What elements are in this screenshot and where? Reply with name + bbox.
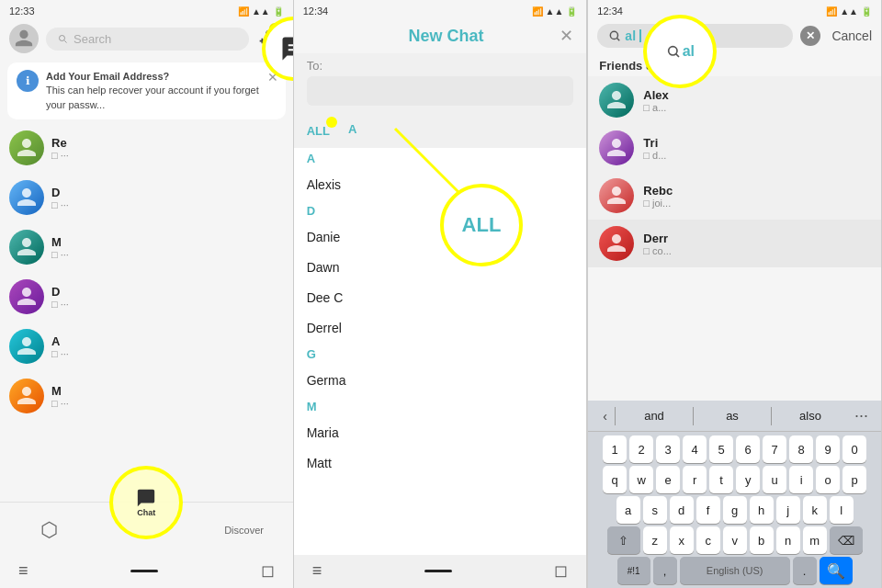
search-clear-button[interactable]: ✕ [800, 26, 820, 46]
key-f[interactable]: f [696, 496, 720, 524]
filter-tab-all[interactable]: ALL [307, 124, 330, 138]
key-4[interactable]: 4 [683, 435, 707, 463]
key-o[interactable]: o [816, 466, 840, 493]
notification-banner[interactable]: ℹ Add Your Email Address? This can help … [7, 62, 286, 119]
key-e[interactable]: e [656, 466, 680, 493]
contact-item[interactable]: Alexis [294, 170, 587, 199]
phone-home-indicator[interactable] [130, 570, 158, 572]
more-suggestions-button[interactable]: ··· [849, 406, 874, 425]
key-i[interactable]: i [789, 466, 813, 493]
key-b[interactable]: b [750, 526, 774, 554]
key-backspace[interactable]: ⌫ [830, 526, 863, 554]
close-panel2-button[interactable]: ✕ [560, 26, 573, 46]
key-m[interactable]: m [803, 526, 827, 554]
key-9[interactable]: 9 [816, 435, 840, 463]
search-bar-1[interactable]: Search [46, 28, 249, 51]
friend-item[interactable]: Tri □ d... [588, 124, 881, 172]
status-time-2: 12:34 [303, 6, 329, 17]
key-q[interactable]: q [603, 466, 627, 493]
contact-item[interactable]: Germa [294, 366, 587, 395]
key-5[interactable]: 5 [709, 435, 733, 463]
phone-back-icon[interactable]: ≡ [18, 561, 28, 581]
chat-item[interactable]: M □ ··· [0, 222, 293, 272]
chat-item[interactable]: M □ ··· [0, 371, 293, 421]
key-v[interactable]: v [723, 526, 747, 554]
suggestion-and[interactable]: and [616, 407, 693, 424]
phone-back-icon-2[interactable]: ≡ [312, 561, 322, 581]
key-n[interactable]: n [776, 526, 800, 554]
key-j[interactable]: j [776, 496, 800, 524]
key-6[interactable]: 6 [736, 435, 760, 463]
new-chat-title: New Chat [409, 27, 484, 46]
all-filter-dot [326, 117, 337, 128]
key-g[interactable]: g [723, 496, 747, 524]
key-symbols[interactable]: #!1 [617, 557, 650, 584]
key-k[interactable]: k [803, 496, 827, 524]
contact-item[interactable]: Matt [294, 448, 587, 478]
filter-all-wrapper[interactable]: ALL [307, 122, 330, 139]
nav-item-discover[interactable]: Discover [195, 525, 292, 536]
key-y[interactable]: y [736, 466, 760, 493]
key-l[interactable]: l [830, 496, 854, 524]
key-8[interactable]: 8 [789, 435, 813, 463]
cancel-button[interactable]: Cancel [831, 28, 872, 43]
status-icons-1: 📶 ▲▲ 🔋 [238, 6, 284, 17]
chat-preview: □ ··· [51, 199, 284, 210]
phone-home-indicator-2[interactable] [424, 570, 452, 572]
suggestion-as[interactable]: as [694, 407, 771, 424]
key-3[interactable]: 3 [656, 435, 680, 463]
friend-item[interactable]: Derr □ co... [588, 220, 881, 267]
chat-item[interactable]: Re □ ··· [0, 123, 293, 173]
key-shift[interactable]: ⇧ [607, 526, 640, 554]
contact-item[interactable]: Dawn [294, 253, 587, 282]
nav-item-camera[interactable]: ⬡ [0, 518, 97, 542]
user-avatar[interactable] [9, 24, 39, 53]
suggestion-back[interactable]: ‹ [595, 409, 615, 424]
chat-item[interactable]: D □ ··· [0, 272, 293, 322]
key-search[interactable]: 🔍 [820, 557, 853, 584]
filter-tab-a[interactable]: A [348, 122, 356, 139]
key-d[interactable]: d [670, 496, 694, 524]
key-h[interactable]: h [750, 496, 774, 524]
chat-name: M [51, 384, 284, 398]
panel-3: 12:34 📶 ▲▲ 🔋 al ✕ Cancel [588, 0, 882, 588]
chat-avatar [9, 279, 44, 314]
key-0[interactable]: 0 [842, 435, 866, 463]
contact-item[interactable]: Derrel [294, 313, 587, 343]
status-bar-2: 12:34 📶 ▲▲ 🔋 [294, 0, 587, 18]
key-p[interactable]: p [842, 466, 866, 493]
key-w[interactable]: w [629, 466, 653, 493]
key-c[interactable]: c [696, 526, 720, 554]
friend-info: Rebc □ joi... [643, 184, 673, 209]
key-1[interactable]: 1 [603, 435, 627, 463]
contact-item[interactable]: Dee C [294, 283, 587, 312]
key-s[interactable]: s [643, 496, 667, 524]
to-input-field[interactable] [307, 76, 574, 106]
key-period[interactable]: . [793, 557, 817, 584]
key-t[interactable]: t [709, 466, 733, 493]
phone-recent-icon[interactable]: ◻ [261, 560, 275, 581]
friend-avatar [599, 130, 634, 165]
key-comma[interactable]: , [653, 557, 677, 584]
friend-item[interactable]: Alex □ a... [588, 76, 881, 124]
svg-line-2 [617, 38, 620, 40]
friend-item[interactable]: Rebc □ joi... [588, 172, 881, 220]
chat-item[interactable]: A □ ··· [0, 322, 293, 371]
key-x[interactable]: x [670, 526, 694, 554]
key-u[interactable]: u [763, 466, 786, 493]
contact-item[interactable]: Maria [294, 418, 587, 447]
key-2[interactable]: 2 [629, 435, 653, 463]
chat-info: D □ ··· [51, 186, 284, 210]
key-a[interactable]: a [616, 496, 640, 524]
phone-recent-icon-2[interactable]: ◻ [554, 560, 568, 581]
key-r[interactable]: r [683, 466, 707, 493]
key-7[interactable]: 7 [763, 435, 786, 463]
key-z[interactable]: z [643, 526, 667, 554]
chat-item[interactable]: D □ ··· [0, 173, 293, 222]
search-placeholder-1: Search [74, 32, 111, 46]
to-label: To: [294, 53, 587, 76]
kb-row-zxcv: ⇧ z x c v b n m ⌫ [590, 526, 879, 554]
chat-info: Re □ ··· [51, 136, 284, 161]
key-space[interactable]: English (US) [680, 557, 790, 584]
suggestion-also[interactable]: also [772, 407, 849, 424]
